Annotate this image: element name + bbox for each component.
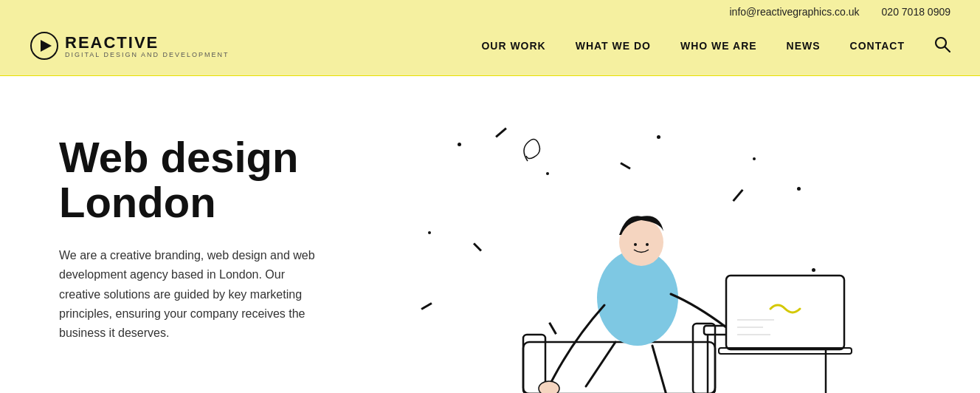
- nav-who-we-are[interactable]: WHO WE ARE: [680, 40, 757, 52]
- svg-point-13: [646, 243, 649, 246]
- hero-text-block: Web design London We are a creative bran…: [59, 120, 369, 344]
- deco-dash-4: [473, 242, 482, 251]
- search-icon[interactable]: [934, 36, 950, 56]
- hero-illustration: [398, 120, 950, 393]
- nav-our-work[interactable]: OUR WORK: [481, 40, 545, 52]
- hero-section: Web design London We are a creative bran…: [0, 76, 980, 393]
- hero-description: We are a creative branding, web design a…: [59, 246, 325, 344]
- top-bar: info@reactivegraphics.co.uk 020 7018 090…: [0, 0, 980, 24]
- svg-point-12: [634, 243, 637, 246]
- nav-what-we-do[interactable]: WHAT WE DO: [576, 40, 651, 52]
- svg-line-3: [945, 47, 950, 52]
- deco-dot-1: [458, 143, 461, 146]
- deco-dash-5: [421, 302, 432, 310]
- main-illustration: [483, 135, 866, 393]
- svg-marker-1: [41, 40, 52, 52]
- logo-sub-text: DIGITAL DESIGN AND DEVELOPMENT: [65, 51, 230, 58]
- main-nav: OUR WORK WHAT WE DO WHO WE ARE NEWS CONT…: [481, 36, 950, 56]
- email-link[interactable]: info@reactivegraphics.co.uk: [729, 6, 859, 18]
- phone-link[interactable]: 020 7018 0909: [882, 6, 950, 18]
- logo-icon: [30, 31, 59, 61]
- nav-contact[interactable]: CONTACT: [850, 40, 905, 52]
- logo[interactable]: REACTIVE DIGITAL DESIGN AND DEVELOPMENT: [30, 31, 230, 61]
- svg-point-14: [539, 381, 559, 393]
- nav-news[interactable]: NEWS: [787, 40, 821, 52]
- header: REACTIVE DIGITAL DESIGN AND DEVELOPMENT …: [0, 24, 980, 76]
- deco-dot-6: [428, 231, 431, 234]
- svg-rect-18: [726, 276, 844, 349]
- logo-main-text: REACTIVE: [65, 33, 230, 52]
- hero-title: Web design London: [59, 135, 369, 225]
